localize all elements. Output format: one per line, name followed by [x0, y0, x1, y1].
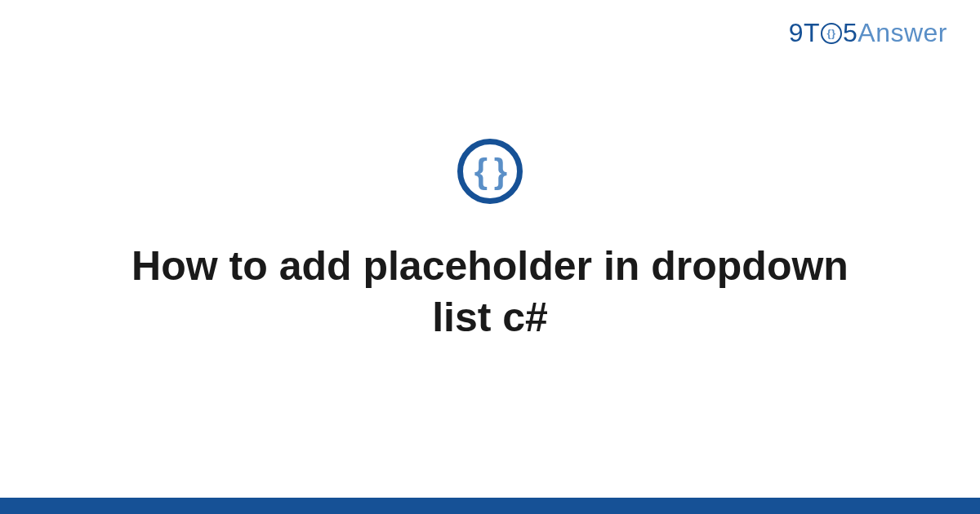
logo-text-9t: 9T: [789, 18, 820, 48]
code-braces-icon: { }: [457, 139, 523, 204]
braces-glyph: { }: [474, 154, 506, 188]
logo-o-icon: {}: [821, 23, 842, 44]
footer-accent-bar: [0, 498, 980, 514]
logo-text-answer: Answer: [858, 18, 947, 48]
page-title: How to add placeholder in dropdown list …: [122, 241, 858, 343]
logo-circle-icon: {}: [821, 23, 842, 44]
main-content: { } How to add placeholder in dropdown l…: [0, 139, 980, 343]
logo-braces-small-icon: {}: [826, 28, 835, 38]
logo-text-5: 5: [843, 18, 858, 48]
site-logo: 9T {} 5 Answer: [789, 18, 947, 48]
